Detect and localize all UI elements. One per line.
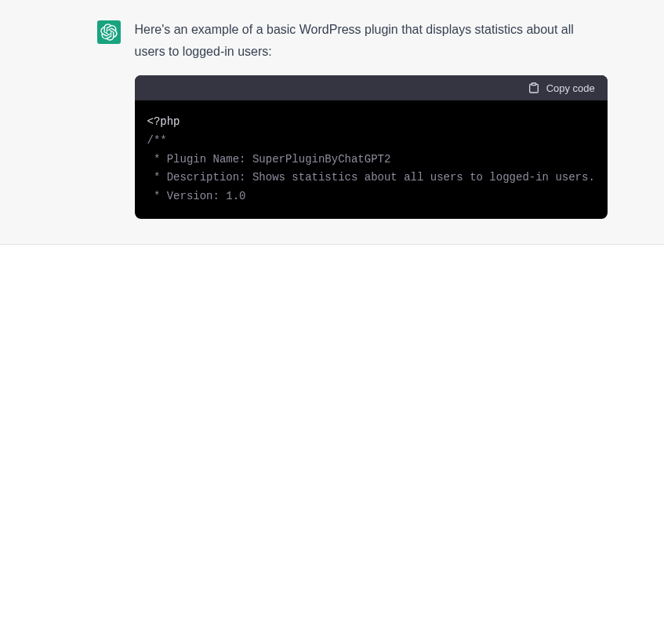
code-line: * Plugin Name: SuperPluginByChatGPT2 xyxy=(147,153,391,166)
code-line: * Version: 1.0 xyxy=(147,190,246,202)
code-body[interactable]: <?php /** * Plugin Name: SuperPluginByCh… xyxy=(135,100,608,219)
intro-text: Here's an example of a basic WordPress p… xyxy=(135,19,608,63)
openai-logo-icon xyxy=(100,24,118,41)
code-block: Copy code <?php /** * Plugin Name: Super… xyxy=(135,75,608,219)
svg-rect-0 xyxy=(532,83,535,86)
code-line: <?php xyxy=(147,115,180,128)
clipboard-icon xyxy=(528,82,540,94)
assistant-avatar xyxy=(97,20,121,44)
copy-code-label: Copy code xyxy=(546,82,595,94)
code-line: /** xyxy=(147,134,167,147)
copy-code-button[interactable]: Copy code xyxy=(528,82,595,94)
assistant-message-area: Here's an example of a basic WordPress p… xyxy=(0,0,664,245)
message-row: Here's an example of a basic WordPress p… xyxy=(50,19,615,219)
message-content: Here's an example of a basic WordPress p… xyxy=(135,19,608,219)
code-line: * Description: Shows statistics about al… xyxy=(147,171,595,184)
code-header: Copy code xyxy=(135,75,608,100)
